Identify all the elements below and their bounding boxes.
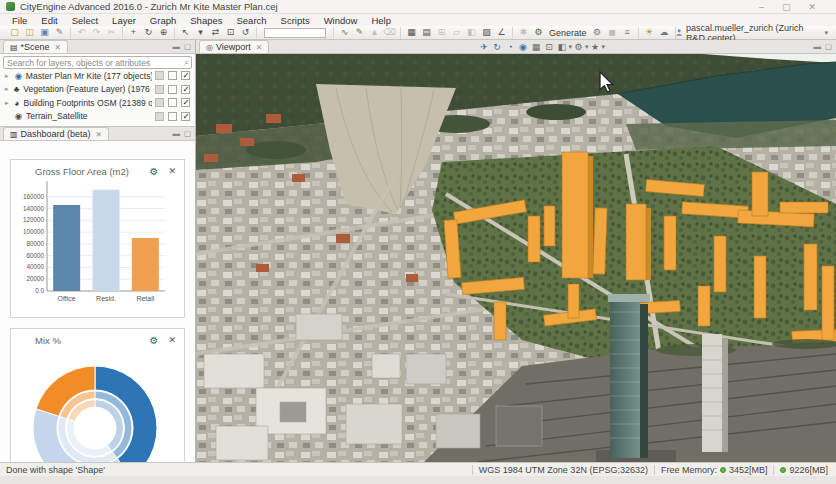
memory-status-dot-2 <box>780 467 786 473</box>
menu-search[interactable]: Search <box>230 15 274 26</box>
menu-layer[interactable]: Layer <box>105 15 143 26</box>
cleanup-graph-icon[interactable]: ⌫ <box>383 27 396 39</box>
viewport-maximize-icon[interactable]: ▢ <box>825 42 832 51</box>
layer-row-3[interactable]: ▸◕Building Footprints OSM (21389 objects… <box>3 96 192 110</box>
zoom-icon[interactable]: ⊕ <box>157 27 170 39</box>
undo-icon[interactable]: ↶ <box>75 27 88 39</box>
dashboard-tab-close-icon[interactable]: ✕ <box>96 130 102 139</box>
tab-scene[interactable]: ▤ *Scene ✕ <box>3 40 68 53</box>
redo-icon[interactable]: ↷ <box>90 27 103 39</box>
gfa-chart-title: Gross Floor Area (m2) <box>17 166 129 177</box>
edit-graph-icon[interactable]: ∿ <box>338 27 351 39</box>
layer-row-1[interactable]: ▸◉Master Plan Mr Kite (177 objects) <box>3 69 192 83</box>
generate-icon[interactable]: ⚙ <box>532 27 545 39</box>
stop-generation-icon[interactable]: ◼ <box>606 27 619 39</box>
subdivide-icon[interactable]: ⊞ <box>435 27 448 39</box>
svg-text:160000: 160000 <box>23 193 45 200</box>
layer-row-4[interactable]: ▸◉Terrain_Satellite <box>3 110 192 124</box>
cloud-icon[interactable]: ☁ <box>658 27 671 39</box>
scene-tab-close-icon[interactable]: ✕ <box>55 43 61 52</box>
cut-icon[interactable]: ✂ <box>105 27 118 39</box>
minimize-window-button[interactable]: – <box>759 2 764 12</box>
layer-row-2[interactable]: ▸♣Vegetation (Feature Layer) (1976 objec… <box>3 83 192 97</box>
maximize-window-button[interactable]: ▢ <box>782 2 791 12</box>
layer-expand-icon[interactable]: ▸ <box>5 85 10 93</box>
close-window-button[interactable]: ✕ <box>808 2 816 12</box>
mix-percent-card: Mix % ⚙ ✕ <box>10 328 185 462</box>
frame-scene-icon[interactable]: ◉ <box>517 41 530 53</box>
menu-edit[interactable]: Edit <box>34 15 64 26</box>
menu-scripts[interactable]: Scripts <box>274 15 317 26</box>
view-settings-icon[interactable]: ◧ <box>556 41 569 53</box>
assign-rule-icon[interactable]: ✱ <box>517 27 530 39</box>
dashboard-minimize-icon[interactable]: ▬ <box>172 129 180 138</box>
layer-visible-checkbox[interactable] <box>181 112 190 121</box>
layer-expand-icon[interactable]: ▸ <box>5 72 11 80</box>
layer-label: Building Footprints OSM (21389 objects) <box>23 98 152 108</box>
menu-file[interactable]: File <box>5 15 34 26</box>
viewport-minimize-icon[interactable]: ▬ <box>813 42 821 51</box>
sun-icon[interactable]: ☀ <box>643 27 656 39</box>
dashboard-maximize-icon[interactable]: ▢ <box>184 129 191 138</box>
layer-visible-checkbox[interactable] <box>181 85 190 94</box>
menu-select[interactable]: Select <box>65 15 105 26</box>
bookmarks-icon[interactable]: ★ <box>589 41 602 53</box>
pan-icon[interactable]: + <box>127 27 140 39</box>
reset-terrain-icon[interactable]: ▤ <box>420 27 433 39</box>
look-around-icon[interactable]: ◔ <box>504 41 517 53</box>
model-info-icon[interactable]: ≡ <box>621 27 634 39</box>
mix-close-icon[interactable]: ✕ <box>168 335 176 346</box>
align-graph-icon[interactable]: ▲ <box>368 27 381 39</box>
tab-viewport[interactable]: ◎ Viewport ✕ <box>199 40 269 53</box>
new-scene-icon[interactable]: ▢ <box>8 27 21 39</box>
menu-graph[interactable]: Graph <box>143 15 183 26</box>
menu-window[interactable]: Window <box>317 15 365 26</box>
offset-icon[interactable]: ▱ <box>450 27 463 39</box>
viewport-tab-close-icon[interactable]: ✕ <box>256 43 262 52</box>
layer-select-checkbox[interactable] <box>168 98 177 107</box>
menu-help[interactable]: Help <box>364 15 398 26</box>
render-settings-icon[interactable]: ⚙ <box>572 41 585 53</box>
measure-icon[interactable]: ∠ <box>495 27 508 39</box>
edit-wand-icon[interactable]: ✎ <box>53 27 66 39</box>
select-arrow-icon[interactable]: ↖ <box>179 27 192 39</box>
layer-lock-checkbox[interactable] <box>155 85 164 94</box>
gfa-close-icon[interactable]: ✕ <box>168 166 176 177</box>
layer-visible-checkbox[interactable] <box>181 98 190 107</box>
orbit-mode-icon[interactable]: ↻ <box>491 41 504 53</box>
layer-lock-checkbox[interactable] <box>155 98 164 107</box>
layer-select-checkbox[interactable] <box>168 71 177 80</box>
generate-button-label[interactable]: Generate <box>549 28 587 38</box>
save-icon[interactable]: ▣ <box>38 27 51 39</box>
texture-icon[interactable]: ▨ <box>480 27 493 39</box>
layer-expand-icon[interactable]: ▸ <box>5 99 10 107</box>
fly-mode-icon[interactable]: ✈ <box>478 41 491 53</box>
rotate-icon[interactable]: ↺ <box>239 27 252 39</box>
gfa-settings-gear-icon[interactable]: ⚙ <box>149 166 158 177</box>
bookmarks-icon-caret[interactable]: ▾ <box>602 43 606 51</box>
mix-settings-gear-icon[interactable]: ⚙ <box>149 335 158 346</box>
move-icon[interactable]: ⇄ <box>209 27 222 39</box>
generate-options-icon[interactable]: ⚙ <box>591 27 604 39</box>
layer-visible-checkbox[interactable] <box>181 71 190 80</box>
layer-lock-checkbox[interactable] <box>155 71 164 80</box>
open-icon[interactable]: ◫ <box>23 27 36 39</box>
isometric-view-icon[interactable]: ▦ <box>530 41 543 53</box>
draw-streets-icon[interactable]: ✎ <box>353 27 366 39</box>
scale-icon[interactable]: ⊡ <box>224 27 237 39</box>
select-dropdown-icon[interactable]: ▾ <box>194 27 207 39</box>
scene-maximize-icon[interactable]: ▢ <box>184 42 191 51</box>
orbit-icon[interactable]: ↻ <box>142 27 155 39</box>
split-icon[interactable]: ◧ <box>465 27 478 39</box>
snapshot-icon[interactable]: ⊡ <box>543 41 556 53</box>
menu-shapes[interactable]: Shapes <box>183 15 229 26</box>
scene-search-input[interactable] <box>3 56 192 69</box>
viewport-3d-scene[interactable] <box>196 54 836 462</box>
layer-select-checkbox[interactable] <box>168 85 177 94</box>
layer-select-checkbox[interactable] <box>168 112 177 121</box>
toolbar-search-input[interactable] <box>264 28 326 38</box>
align-terrain-icon[interactable]: ▦ <box>405 27 418 39</box>
tab-dashboard[interactable]: ▥ Dashboard (beta) ✕ <box>3 127 109 140</box>
scene-minimize-icon[interactable]: ▬ <box>172 42 180 51</box>
layer-lock-checkbox[interactable] <box>155 112 164 121</box>
